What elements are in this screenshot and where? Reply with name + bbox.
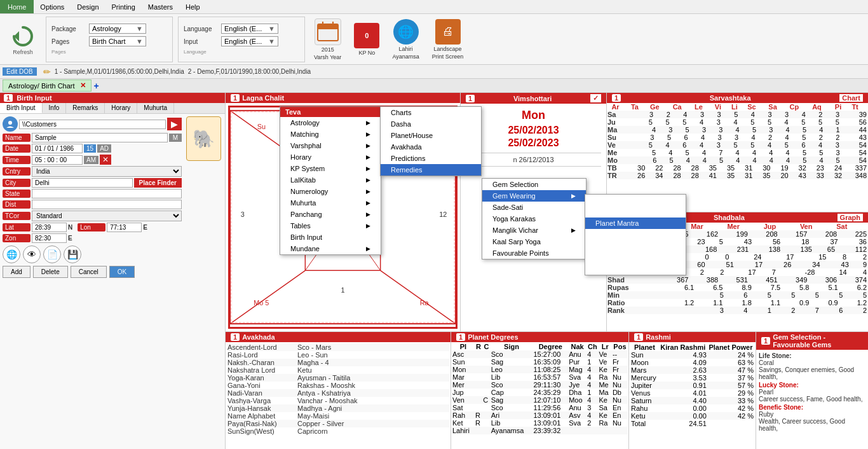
sub3-item-lucky-stone[interactable]: Lucky Stone: [585, 252, 686, 263]
shad-row: Rank3412762: [607, 307, 868, 314]
country-select[interactable]: India: [32, 166, 182, 177]
ctx-item-astrology[interactable]: Astrology▶: [280, 117, 381, 128]
ctx-item-numerology[interactable]: Numerology▶: [280, 186, 381, 197]
delete-button[interactable]: Delete: [33, 266, 68, 278]
menu-printing[interactable]: Printing: [105, 0, 142, 13]
tcor-select[interactable]: Standard: [32, 211, 182, 221]
refresh-button[interactable]: Refresh: [5, 17, 41, 62]
avakhada-header: 1 Avakhada: [226, 332, 451, 342]
sub2-item-gem-selection[interactable]: Gem Selection: [482, 179, 586, 190]
sub2-item-kaal-sarp-yoga[interactable]: Kaal Sarp Yoga: [482, 236, 586, 247]
sub2-item-yoga-karakas[interactable]: Yoga Karakas: [482, 213, 586, 224]
name-m-btn[interactable]: M: [169, 134, 182, 142]
tab-birth-input[interactable]: Birth Input: [0, 103, 43, 113]
ctx-item-matching[interactable]: Matching▶: [280, 128, 381, 140]
lahiri-icon-group[interactable]: 🌐 Lahiri Ayanamsa: [388, 17, 423, 62]
input-dropdown[interactable]: English (E... ▼: [221, 36, 278, 46]
dist-input[interactable]: [32, 200, 182, 209]
menu-design[interactable]: Design: [71, 0, 105, 13]
sub1-item-dasha[interactable]: Dasha: [381, 118, 481, 130]
rashmi-row: Mercury3.5337 %: [630, 374, 754, 382]
globe-btn[interactable]: 🌐: [3, 245, 20, 263]
sub3-item-planet-mantra[interactable]: Planet Mantra: [585, 218, 686, 229]
action-buttons-row: Add Delete Cancel OK: [3, 266, 182, 278]
pages-dropdown[interactable]: Birth Chart ▼: [89, 36, 146, 46]
sub1-item-charts[interactable]: Charts: [381, 107, 481, 118]
tab-muhurta[interactable]: Muhurta: [137, 103, 174, 113]
state-input[interactable]: [32, 189, 182, 198]
package-dropdown[interactable]: Astrology ▼: [89, 24, 146, 34]
path-input[interactable]: [19, 120, 166, 129]
sub3-item-contradict-stone[interactable]: Contradict. Stone: [585, 229, 686, 240]
pencil-icon[interactable]: ✏: [43, 67, 51, 77]
pd-content: PlRCSignDegreeNakChLrPosAscSco15:27:00An…: [451, 342, 628, 449]
ctx-item-varshphal[interactable]: Varshphal▶: [280, 140, 381, 151]
tab-horary[interactable]: Horary: [105, 103, 137, 113]
time-input[interactable]: [32, 155, 83, 165]
time-clear-btn[interactable]: ✕: [100, 155, 111, 165]
language-dropdown[interactable]: English (E... ▼: [221, 24, 278, 34]
date-input[interactable]: [32, 144, 83, 153]
lon-input[interactable]: [107, 223, 142, 232]
package-label: Package: [51, 25, 86, 32]
cancel-button[interactable]: Cancel: [71, 266, 107, 278]
tab-remarks[interactable]: Remarks: [66, 103, 105, 113]
zon-dir: E: [68, 235, 72, 242]
place-finder-button[interactable]: Place Finder: [134, 178, 182, 188]
astro-tab-close[interactable]: ✕: [80, 81, 86, 90]
menu-help[interactable]: Help: [179, 0, 207, 13]
add-button[interactable]: Add: [3, 266, 31, 278]
menu-home[interactable]: Home: [0, 0, 34, 13]
ctx-item-birth-input[interactable]: Birth Input: [280, 231, 381, 243]
ctx-item-tables[interactable]: Tables▶: [280, 220, 381, 231]
kp-icon-group[interactable]: 0 KP No: [350, 20, 383, 59]
pd-row: SatSco11:29:56Anu3SaEn: [452, 404, 628, 411]
sub2-item-gem-wearing[interactable]: Gem Wearing▶: [482, 190, 586, 202]
sub1-item-predictions[interactable]: Predictions: [381, 153, 481, 164]
sub2-item-manglik-vichar[interactable]: Manglik Vichar▶: [482, 224, 586, 236]
sub3-item-introduction[interactable]: Introduction: [585, 263, 686, 275]
ctx-item-horary[interactable]: Horary▶: [280, 151, 381, 163]
sarvashtaka-header: 1 Sarvashtaka Chart: [607, 93, 868, 103]
vimsh-check[interactable]: ✓: [590, 94, 601, 102]
astro-tab[interactable]: Astrology/ Birth Chart ✕: [3, 79, 92, 92]
edit-dob-button[interactable]: Edit DOB: [3, 67, 37, 76]
menu-options[interactable]: Options: [34, 0, 71, 13]
ctx-item-panchang[interactable]: Panchang▶: [280, 209, 381, 220]
astro-tabbar: Astrology/ Birth Chart ✕ +: [0, 79, 868, 93]
sub1-item-remedies[interactable]: Remedies: [381, 164, 481, 176]
landscape-icon-group[interactable]: 🖨 Landscape Print Screen: [428, 17, 468, 62]
sarv-chart-label[interactable]: Chart: [839, 94, 863, 102]
zon-label: Zon: [3, 234, 31, 242]
avakhada-row: Nakshatra LordKetu: [227, 366, 449, 374]
sub2-item-favourable-points[interactable]: Favourable Points: [482, 247, 586, 259]
sub2-item-sade-sati[interactable]: Sade-Sati: [482, 202, 586, 213]
ok-button[interactable]: OK: [109, 266, 135, 278]
city-input[interactable]: [32, 178, 133, 188]
sub1-item-planet/house[interactable]: Planet/House: [381, 130, 481, 141]
ctx-item-kp-system[interactable]: KP System▶: [280, 163, 381, 174]
ctx-item-lalkitab[interactable]: LalKitab▶: [280, 174, 381, 186]
sub3-item-planet/nakshatra[interactable]: Planet/Nakshatra: [585, 206, 686, 218]
svg-text:12: 12: [439, 211, 447, 219]
name-input[interactable]: [32, 133, 168, 142]
sub3-item-metal/finger/day[interactable]: Metal/Finger/Day: [585, 195, 686, 206]
language-group: Language English (E... ▼ Input English (…: [178, 17, 305, 62]
vimsh-title: Vimshottari: [513, 95, 552, 102]
sub1-item-avakhada[interactable]: Avakhada: [381, 141, 481, 153]
add-tab-button[interactable]: +: [94, 81, 99, 91]
eye-btn[interactable]: 👁: [23, 245, 41, 263]
submenu3: Metal/Finger/DayPlanet/NakshatraPlanet M…: [585, 194, 686, 275]
zon-input[interactable]: [32, 233, 67, 243]
tab-info[interactable]: Info: [43, 103, 67, 113]
menu-masters[interactable]: Masters: [142, 0, 179, 13]
year-icon-group[interactable]: 2015 Varsh Year: [310, 16, 345, 63]
file-btn[interactable]: 📄: [43, 245, 61, 263]
save-btn[interactable]: 💾: [64, 245, 81, 263]
sub3-item-items-to-donate[interactable]: Items To Donate: [585, 240, 686, 252]
ctx-item-muhurta[interactable]: Muhurta▶: [280, 197, 381, 209]
lat-input[interactable]: [32, 223, 67, 232]
shad-graph-label[interactable]: Graph: [837, 214, 863, 221]
path-btn[interactable]: ▶: [167, 118, 182, 130]
ctx-item-mundane[interactable]: Mundane▶: [280, 243, 381, 254]
